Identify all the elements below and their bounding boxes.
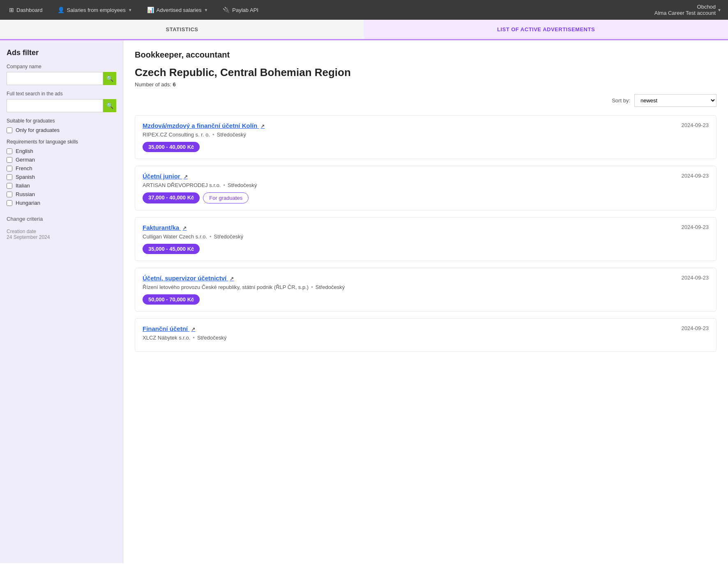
job-date-4: 2024-09-23 xyxy=(682,275,709,281)
api-icon: 🔌 xyxy=(223,7,230,13)
job-card-4: Účetní, supervizor účetnictví ↗ 2024-09-… xyxy=(135,268,716,312)
nav-salaries-employees[interactable]: 👤 Salaries from employees ▼ xyxy=(55,5,135,15)
nav-advertised-salaries-label: Advertised salaries xyxy=(157,7,202,13)
account-name: Obchod Alma Career Test account xyxy=(654,4,716,16)
nav-dashboard-label: Dashboard xyxy=(16,7,43,13)
lang-russian-label[interactable]: Russian xyxy=(16,191,35,197)
job-title-2[interactable]: Účetní junior ↗ xyxy=(143,173,188,180)
job-date-2: 2024-09-23 xyxy=(682,173,709,179)
job-salary-tag-3: 35,000 - 45,000 Kč xyxy=(143,244,200,254)
change-criteria-button[interactable]: Change criteria xyxy=(7,216,116,222)
account-info[interactable]: Obchod Alma Career Test account ▼ xyxy=(654,4,721,16)
chevron-down-icon: ▼ xyxy=(128,8,132,12)
external-link-icon-5: ↗ xyxy=(191,326,195,332)
lang-spanish-label[interactable]: Spanish xyxy=(16,174,35,180)
fulltext-search-button[interactable]: 🔍 xyxy=(103,99,116,112)
nav-advertised-salaries[interactable]: 📊 Advertised salaries ▼ xyxy=(145,5,211,15)
main-tabs: STATISTICS LIST OF ACTIVE ADVERTISEMENTS xyxy=(0,20,728,40)
sort-label: Sort by: xyxy=(612,97,630,104)
company-name-search-button[interactable]: 🔍 xyxy=(103,72,116,85)
nav-left: ⊞ Dashboard 👤 Salaries from employees ▼ … xyxy=(7,5,261,15)
account-chevron-icon: ▼ xyxy=(717,8,721,12)
lang-russian-checkbox[interactable] xyxy=(7,192,12,197)
search-icon-2: 🔍 xyxy=(106,102,113,109)
company-name-label: Company name xyxy=(7,64,116,69)
job-date-5: 2024-09-23 xyxy=(682,325,709,331)
external-link-icon-1: ↗ xyxy=(260,123,265,129)
advertised-icon: 📊 xyxy=(147,7,154,13)
job-title-1[interactable]: Mzdová/mzdový a finanční účetní Kolín ↗ xyxy=(143,122,265,129)
nav-paylab-api[interactable]: 🔌 Paylab API xyxy=(220,5,261,15)
ads-count: Number of ads: 6 xyxy=(135,81,716,88)
company-name-row: 🔍 xyxy=(7,72,116,85)
dashboard-icon: ⊞ xyxy=(9,7,14,13)
job-title-3[interactable]: Fakturant/ka ↗ xyxy=(143,224,187,231)
lang-spanish-row: Spanish xyxy=(7,174,116,180)
tab-statistics[interactable]: STATISTICS xyxy=(0,20,364,39)
fulltext-input[interactable] xyxy=(7,99,103,112)
fulltext-label: Full text search in the ads xyxy=(7,91,116,97)
job-date-3: 2024-09-23 xyxy=(682,224,709,230)
job-card-2-header: Účetní junior ↗ 2024-09-23 xyxy=(143,173,709,180)
lang-german-label[interactable]: German xyxy=(16,157,35,163)
lang-hungarian-row: Hungarian xyxy=(7,200,116,206)
job-company-1: RIPEX.CZ Consulting s. r. o. • Středočes… xyxy=(143,132,709,138)
tab-active-ads[interactable]: LIST OF ACTIVE ADVERTISEMENTS xyxy=(364,20,728,40)
lang-french-label[interactable]: French xyxy=(16,165,32,171)
creation-date-label: Creation date xyxy=(7,229,116,234)
lang-english-label[interactable]: English xyxy=(16,148,33,154)
job-tags-2: 37,000 - 40,000 Kč For graduates xyxy=(143,192,709,203)
lang-italian-row: Italian xyxy=(7,183,116,189)
lang-hungarian-checkbox[interactable] xyxy=(7,200,12,206)
lang-english-row: English xyxy=(7,148,116,154)
external-link-icon-2: ↗ xyxy=(184,174,188,180)
salaries-icon: 👤 xyxy=(58,7,65,13)
lang-italian-checkbox[interactable] xyxy=(7,183,12,189)
content-title: Bookkeeper, accountant xyxy=(135,50,716,60)
sort-row: Sort by: newest xyxy=(135,94,716,107)
lang-russian-row: Russian xyxy=(7,191,116,197)
ads-count-number: 6 xyxy=(173,81,176,88)
only-graduates-label[interactable]: Only for graduates xyxy=(16,127,60,133)
fulltext-row: 🔍 xyxy=(7,99,116,112)
lang-spanish-checkbox[interactable] xyxy=(7,174,12,180)
nav-paylab-api-label: Paylab API xyxy=(232,7,258,13)
job-title-4[interactable]: Účetní, supervizor účetnictví ↗ xyxy=(143,275,234,282)
job-card-1-header: Mzdová/mzdový a finanční účetní Kolín ↗ … xyxy=(143,122,709,129)
job-salary-tag-4: 50,000 - 70,000 Kč xyxy=(143,294,200,305)
main-layout: Ads filter Company name 🔍 Full text sear… xyxy=(0,40,728,563)
company-name-input[interactable] xyxy=(7,72,103,85)
external-link-icon-4: ↗ xyxy=(230,276,234,282)
graduates-section-label: Suitable for graduates xyxy=(7,118,116,124)
nav-dashboard[interactable]: ⊞ Dashboard xyxy=(7,5,45,15)
main-content: Bookkeeper, accountant Czech Republic, C… xyxy=(123,40,728,563)
lang-italian-label[interactable]: Italian xyxy=(16,183,30,189)
job-company-3: Culligan Water Czech s.r.o. • Středočesk… xyxy=(143,233,709,240)
job-company-4: Řízení letového provozu České republiky,… xyxy=(143,284,709,290)
lang-german-checkbox[interactable] xyxy=(7,157,12,163)
chevron-down-icon-2: ▼ xyxy=(204,8,208,12)
job-card-1: Mzdová/mzdový a finanční účetní Kolín ↗ … xyxy=(135,115,716,159)
sidebar-title: Ads filter xyxy=(7,49,116,57)
sort-select[interactable]: newest xyxy=(634,94,716,107)
lang-german-row: German xyxy=(7,157,116,163)
creation-date-value: 24 September 2024 xyxy=(7,234,116,240)
job-card-3: Fakturant/ka ↗ 2024-09-23 Culligan Water… xyxy=(135,217,716,261)
job-date-1: 2024-09-23 xyxy=(682,122,709,128)
only-graduates-checkbox[interactable] xyxy=(7,127,12,133)
lang-french-checkbox[interactable] xyxy=(7,166,12,171)
job-card-5-header: Finanční účetní ↗ 2024-09-23 xyxy=(143,325,709,332)
job-tags-3: 35,000 - 45,000 Kč xyxy=(143,244,709,254)
job-title-5[interactable]: Finanční účetní ↗ xyxy=(143,325,195,332)
creation-date-block: Creation date 24 September 2024 xyxy=(7,229,116,240)
job-graduates-tag-2: For graduates xyxy=(203,192,249,203)
job-salary-tag-2: 37,000 - 40,000 Kč xyxy=(143,192,200,203)
search-icon: 🔍 xyxy=(106,75,113,82)
lang-hungarian-label[interactable]: Hungarian xyxy=(16,200,40,206)
job-salary-tag-1: 35,000 - 40,000 Kč xyxy=(143,142,200,152)
job-card-5: Finanční účetní ↗ 2024-09-23 XLCZ Nábyte… xyxy=(135,318,716,352)
external-link-icon-3: ↗ xyxy=(182,225,187,231)
job-company-2: ARTISAN DŘEVOPRODEJ s.r.o. • Středočeský xyxy=(143,182,709,188)
lang-english-checkbox[interactable] xyxy=(7,148,12,154)
ads-filter-sidebar: Ads filter Company name 🔍 Full text sear… xyxy=(0,40,123,563)
